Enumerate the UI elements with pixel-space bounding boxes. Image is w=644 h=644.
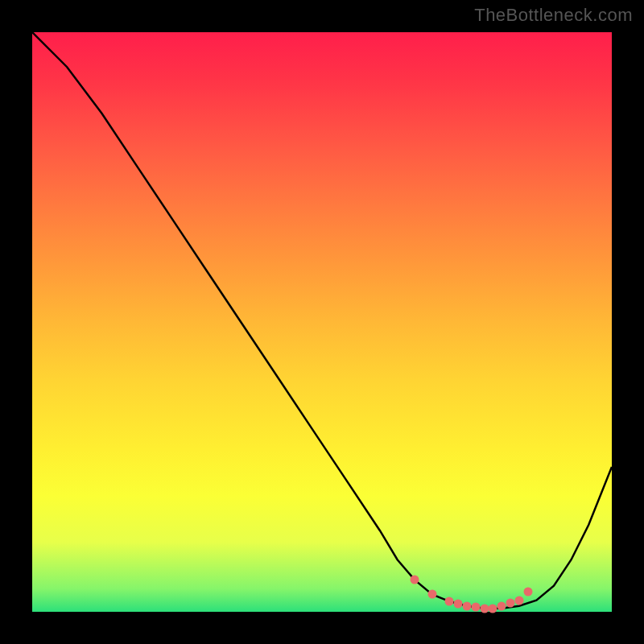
- marker-dot: [497, 601, 506, 610]
- marker-dot: [445, 597, 454, 606]
- watermark-text: TheBottleneck.com: [474, 5, 633, 26]
- marker-dot: [506, 599, 515, 608]
- marker-dot: [489, 604, 497, 613]
- marker-dot: [463, 601, 472, 610]
- marker-dot: [514, 596, 523, 605]
- marker-dot: [480, 604, 489, 613]
- marker-dot: [471, 603, 480, 612]
- marker-dot: [523, 587, 532, 596]
- marker-dot: [427, 590, 436, 599]
- markers-layer: [32, 32, 612, 612]
- marker-dot: [411, 576, 419, 584]
- marker-dot: [454, 599, 463, 608]
- chart-area: [32, 32, 612, 612]
